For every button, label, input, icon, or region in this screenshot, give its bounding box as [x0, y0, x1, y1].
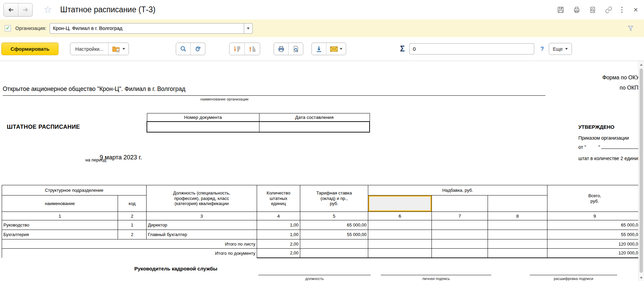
approved-line1: Приказом организации [578, 135, 644, 141]
find-button[interactable] [176, 43, 190, 55]
help-link[interactable]: ? [540, 46, 544, 52]
document-title: ШТАТНОЕ РАСПИСАНИЕ [7, 124, 80, 130]
totals-label[interactable]: Итого по листу [2, 239, 257, 249]
back-button[interactable] [4, 3, 18, 16]
table-cell[interactable]: 120 000,00 [547, 249, 642, 258]
close-icon[interactable]: × [633, 6, 638, 14]
col-number[interactable]: 3 [147, 212, 257, 220]
print-button[interactable] [274, 43, 288, 55]
table-cell[interactable]: 2,00 [257, 249, 300, 258]
save-file-button[interactable] [312, 43, 326, 55]
col-number[interactable]: 7 [432, 212, 488, 220]
vertical-scrollbar[interactable] [638, 61, 644, 281]
print-preview-icon[interactable] [589, 6, 596, 14]
header-structural-unit[interactable]: Структурное подразделение [2, 185, 147, 196]
more-button[interactable]: Еще [549, 43, 572, 55]
table-cell[interactable] [488, 220, 547, 230]
table-cell[interactable]: 65 000,00 [300, 220, 368, 230]
table-cell[interactable]: 1,00 [257, 220, 300, 230]
organization-name-text[interactable]: Открытое акционерное общество "Крон-Ц". … [3, 85, 185, 93]
organization-input[interactable] [50, 23, 244, 34]
table-cell[interactable] [432, 239, 488, 249]
table-cell[interactable] [432, 249, 488, 258]
find-next-button[interactable] [190, 43, 205, 55]
header-allowance[interactable]: Надбавка, руб. [368, 185, 547, 196]
organization-checkbox[interactable]: ✓ [5, 25, 11, 31]
table-cell[interactable]: 2,00 [257, 239, 300, 249]
col-number[interactable]: 4 [257, 212, 300, 220]
col-number[interactable]: 8 [488, 212, 547, 220]
table-cell[interactable]: 2 [118, 230, 147, 239]
table-cell[interactable] [368, 239, 432, 249]
doc-date-value-cell[interactable] [259, 122, 370, 132]
doc-number-header-cell[interactable]: Номер документа [147, 113, 259, 122]
table-cell[interactable] [368, 220, 432, 230]
table-cell[interactable] [488, 249, 547, 258]
send-email-button[interactable] [326, 43, 346, 55]
table-cell[interactable] [300, 249, 368, 258]
preview-button[interactable] [288, 43, 303, 55]
doc-date-header-cell[interactable]: Дата составления [259, 113, 370, 122]
expand-groups-button[interactable] [244, 43, 260, 55]
approved-title: УТВЕРЖДЕНО [578, 124, 644, 130]
collapse-groups-button[interactable] [230, 43, 244, 55]
report-variants-button[interactable] [108, 43, 129, 55]
header-name[interactable]: наименование [2, 196, 118, 212]
table-cell[interactable] [488, 239, 547, 249]
arrow-left-icon [7, 7, 14, 13]
autosum-input[interactable] [409, 43, 534, 54]
link-icon[interactable] [605, 6, 612, 14]
table-cell[interactable] [368, 230, 432, 239]
table-cell[interactable]: 55 000,00 [300, 230, 368, 239]
table-cell[interactable] [432, 196, 488, 212]
col-number[interactable]: 5 [300, 212, 368, 220]
period-value[interactable]: 9 марта 2023 г. [100, 154, 142, 161]
table-row: Бухгалтерия 2 Главный бухгалтер 1,00 55 … [2, 230, 642, 239]
table-cell[interactable] [300, 239, 368, 249]
table-cell[interactable] [368, 249, 432, 258]
table-cell[interactable]: 1 [118, 220, 147, 230]
doc-number-value-cell[interactable] [147, 122, 259, 132]
settings-button[interactable]: Настройки... [70, 43, 108, 55]
table-cell[interactable]: Бухгалтерия [2, 230, 118, 239]
scrollbar-thumb[interactable] [640, 68, 643, 273]
col-number[interactable]: 2 [118, 212, 147, 220]
favorite-star-icon[interactable]: ☆ [44, 5, 52, 15]
col-number[interactable]: 6 [368, 212, 432, 220]
header-count[interactable]: Количество штатных единиц [257, 185, 300, 212]
organization-dropdown-button[interactable] [244, 23, 253, 34]
settings-group: Настройки... [70, 43, 129, 55]
scroll-up-icon[interactable] [640, 64, 643, 66]
chevron-down-icon [122, 48, 125, 50]
table-cell[interactable]: 55 000,00 [547, 230, 642, 239]
table-cell[interactable]: Главный бухгалтер [147, 230, 257, 239]
totals-row: Итого по документу 2,00 120 000,00 [2, 249, 642, 258]
selected-spreadsheet-cell[interactable] [368, 196, 432, 212]
table-cell[interactable]: 65 000,00 [547, 220, 642, 230]
col-number[interactable]: 1 [2, 212, 118, 220]
table-cell[interactable] [432, 220, 488, 230]
table-cell[interactable]: Руководство [2, 220, 118, 230]
forward-button[interactable] [18, 3, 32, 16]
chevron-down-icon [565, 48, 568, 50]
save-icon[interactable] [557, 6, 564, 14]
generate-button[interactable]: Сформировать [1, 43, 58, 55]
header-code[interactable]: код [118, 196, 147, 212]
table-cell[interactable] [432, 230, 488, 239]
table-cell[interactable]: 1,00 [257, 230, 300, 239]
table-cell[interactable]: Директор [147, 220, 257, 230]
header-position[interactable]: Должность (специальность, профессия), ра… [147, 185, 257, 212]
table-cell[interactable] [488, 230, 547, 239]
document-number-table: Номер документа Дата составления [147, 113, 370, 132]
totals-label[interactable]: Итого по документу [2, 249, 257, 258]
printer-icon [277, 45, 285, 53]
table-cell[interactable] [488, 196, 547, 212]
col-number[interactable]: 9 [547, 212, 642, 220]
table-cell[interactable]: 120 000,00 [547, 239, 642, 249]
header-rate[interactable]: Тарифная ставка (оклад) и пр., руб. [300, 185, 368, 212]
header-total[interactable]: Всего, руб. [547, 185, 642, 212]
more-menu-icon[interactable] [621, 6, 623, 14]
scroll-down-icon[interactable] [640, 277, 643, 279]
filter-icon[interactable] [627, 25, 634, 32]
print-icon[interactable] [573, 6, 580, 14]
